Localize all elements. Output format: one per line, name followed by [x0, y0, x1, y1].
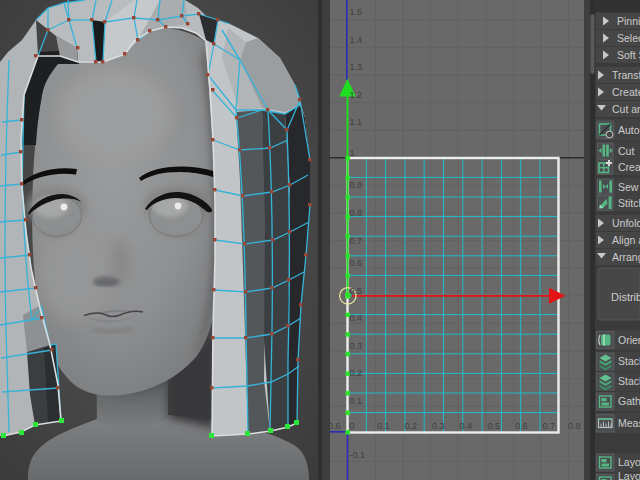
svg-text:Arrange: Arrange — [612, 251, 640, 263]
svg-text:0.8: 0.8 — [568, 421, 581, 431]
svg-text:-0.1: -0.1 — [350, 450, 366, 460]
svg-text:Measure: Measure — [618, 417, 640, 429]
svg-text:Align an: Align an — [612, 234, 640, 246]
svg-text:1.3: 1.3 — [350, 62, 363, 72]
svg-text:Unfold: Unfold — [612, 217, 640, 229]
svg-text:Layout: Layout — [618, 470, 640, 480]
svg-text:0.1: 0.1 — [377, 421, 390, 431]
svg-text:Create: Create — [612, 86, 640, 98]
svg-text:Gather S: Gather S — [618, 395, 640, 407]
svg-text:0.6: 0.6 — [328, 421, 341, 431]
svg-text:Orient S: Orient S — [618, 334, 640, 346]
svg-text:Transfor: Transfor — [612, 69, 640, 81]
svg-text:1: 1 — [350, 148, 355, 158]
svg-text:Layout: Layout — [618, 456, 640, 468]
svg-text:1.5: 1.5 — [350, 7, 363, 17]
svg-text:1.2: 1.2 — [350, 90, 363, 100]
svg-text:0.7: 0.7 — [350, 236, 363, 246]
svg-text:0.2: 0.2 — [350, 368, 363, 378]
svg-text:Soft Sele: Soft Sele — [617, 49, 640, 61]
svg-text:0.3: 0.3 — [350, 341, 363, 351]
svg-text:0.6: 0.6 — [350, 258, 363, 268]
svg-text:0.4: 0.4 — [350, 313, 363, 323]
svg-text:0.3: 0.3 — [432, 421, 445, 431]
svg-text:0.5: 0.5 — [488, 421, 501, 431]
svg-text:0: 0 — [350, 421, 355, 431]
svg-text:1.4: 1.4 — [350, 35, 363, 45]
svg-text:0.7: 0.7 — [543, 421, 556, 431]
svg-text:0.2: 0.2 — [405, 421, 418, 431]
svg-text:0.4: 0.4 — [460, 421, 473, 431]
svg-text:Auto-Se: Auto-Se — [618, 124, 640, 136]
svg-text:Select: Select — [617, 32, 640, 44]
svg-text:Cut and S: Cut and S — [612, 103, 640, 115]
svg-text:Create: Create — [618, 161, 640, 173]
svg-text:0.8: 0.8 — [350, 208, 363, 218]
svg-text:Stack an: Stack an — [618, 375, 640, 387]
svg-text:0.5: 0.5 — [350, 286, 363, 296]
svg-text:0.1: 0.1 — [350, 396, 363, 406]
svg-text:Distribute: Distribute — [611, 291, 640, 303]
svg-text:0.6: 0.6 — [515, 421, 528, 431]
svg-text:0.9: 0.9 — [350, 180, 363, 190]
svg-text:Stack Sh: Stack Sh — [618, 355, 640, 367]
svg-text:Cut: Cut — [618, 145, 634, 157]
svg-text:1.1: 1.1 — [350, 117, 363, 127]
svg-text:Pinning: Pinning — [617, 15, 640, 27]
svg-text:Sew: Sew — [618, 181, 639, 193]
svg-text:Stitch To: Stitch To — [618, 197, 640, 209]
